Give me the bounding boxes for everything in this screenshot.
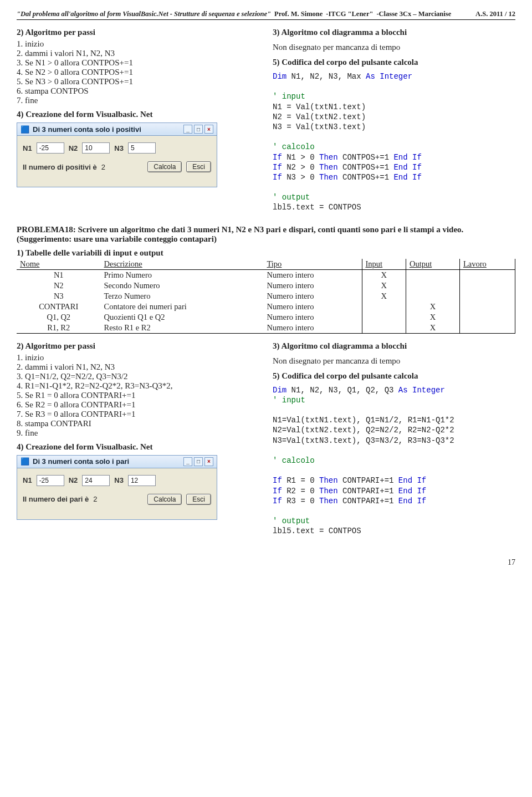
th-input: Input: [362, 259, 406, 270]
hdr-title: "Dal problema all'algoritmo al form Visu…: [17, 10, 271, 18]
code-block-2: Dim N1, N2, N3, Q1, Q2, Q3 As Integer ' …: [273, 385, 515, 537]
kw-then: Then: [319, 173, 338, 182]
minimize-icon[interactable]: _: [183, 457, 192, 466]
code-n1: N1 = Val(txtN1.text): [273, 103, 366, 111]
th-output: Output: [406, 259, 459, 270]
calcola-button[interactable]: Calcola: [147, 494, 182, 505]
non-disegnato-2: Non disegnato per mancanza di tempo: [273, 356, 515, 366]
esci-button[interactable]: Esci: [186, 494, 211, 505]
page-header: "Dal problema all'algoritmo al form Visu…: [17, 10, 515, 20]
n2-input[interactable]: 24: [82, 475, 110, 486]
table-row: N2Secondo NumeroNumero interoX: [17, 280, 515, 291]
block-1: 2) Algoritmo per passi 1. inizio 2. damm…: [17, 28, 515, 213]
code-decl: N1, N2, N3, Max: [287, 72, 366, 81]
hdr-class: -Classe 3Cx – Marcianise: [376, 10, 451, 18]
body3: CONTPOS+=1: [338, 173, 394, 182]
n2-label: N2: [69, 476, 78, 484]
non-disegnato: Non disegnato per mancanza di tempo: [273, 43, 515, 52]
calcola-button[interactable]: Calcola: [147, 161, 182, 172]
n3-input[interactable]: 12: [128, 475, 156, 486]
form-title-2: 4) Creazione del form Visualbasic. Net: [17, 442, 259, 452]
kw-if: If: [273, 173, 282, 182]
kw-if: If: [273, 476, 282, 485]
table-row: CONTPARIContatore dei numeri pariNumero …: [17, 302, 515, 312]
close-icon[interactable]: ×: [204, 125, 213, 134]
algo-passi-steps-2: 1. inizio 2. dammi i valori N1, N2, N3 3…: [17, 353, 259, 438]
body2: CONTPARI+=1: [338, 487, 398, 495]
codifica-title: 5) Codifica del corpo del pulsante calco…: [273, 58, 515, 67]
algo-passi-steps: 1. inizio 2. dammi i valori N1, N2, N3 3…: [17, 39, 259, 105]
n1-label: N1: [23, 476, 32, 484]
kw-then: Then: [319, 497, 338, 505]
cm-input: ' input: [273, 396, 305, 405]
kw-endif: End If: [393, 163, 421, 172]
kw-then: Then: [319, 476, 338, 485]
cond3: R3 = 0: [282, 497, 319, 505]
window-title: Di 3 numeri conta solo i positivi: [33, 125, 141, 134]
kw-then: Then: [319, 153, 338, 162]
result-value: 2: [93, 495, 97, 503]
tab-title: 1) Tabelle delle variabili di input e ou…: [17, 248, 515, 258]
kw-endif: End If: [393, 153, 421, 162]
kw-if: If: [273, 487, 282, 495]
minimize-icon[interactable]: _: [183, 125, 192, 134]
kw-endif: End If: [393, 173, 421, 182]
code-last: lbl5.text = CONTPOS: [273, 527, 361, 535]
variables-table: Nome Descrizione Tipo Input Output Lavor…: [17, 259, 515, 334]
kw-if: If: [273, 163, 282, 172]
code-n1: N1=Val(txtN1.text), Q1=N1/2, R1=N1-Q1*2: [273, 416, 454, 425]
body2: CONTPOS+=1: [338, 163, 394, 172]
code-decl: N1, N2, N3, Q1, Q2, Q3: [287, 386, 398, 395]
kw-endif: End If: [398, 476, 426, 485]
maximize-icon[interactable]: □: [194, 125, 203, 134]
result-label: Il numero dei pari è: [23, 495, 89, 503]
vb-window-pari: 🟦 Di 3 numeri conta solo i pari _ □ × N1…: [17, 455, 217, 520]
th-lavoro: Lavoro: [459, 259, 515, 270]
cond1: N1 > 0: [282, 153, 319, 162]
th-desc: Descrizione: [101, 259, 264, 270]
close-icon[interactable]: ×: [204, 457, 213, 466]
code-n2: N2=Val(txtN2.text), Q2=N2/2, R2=N2-Q2*2: [273, 426, 454, 435]
vb-window-positivi: 🟦 Di 3 numeri conta solo i positivi _ □ …: [17, 122, 217, 187]
n2-input[interactable]: 10: [82, 142, 110, 154]
kw-endif: End If: [398, 487, 426, 495]
algo-diag-title: 3) Algoritmo col diagramma a blocchi: [273, 28, 515, 37]
body1: CONTPARI+=1: [338, 476, 398, 485]
th-tipo: Tipo: [263, 259, 362, 270]
code-block-1: Dim N1, N2, N3, Max As Integer ' input N…: [273, 71, 515, 213]
body3: CONTPARI+=1: [338, 497, 398, 505]
kw-as: As Integer: [366, 72, 412, 81]
code-last: lbl5.text = CONTPOS: [273, 203, 361, 212]
th-nome: Nome: [17, 259, 101, 270]
maximize-icon[interactable]: □: [194, 457, 203, 466]
result-value: 2: [101, 163, 105, 171]
cm-calcolo: ' calcolo: [273, 142, 315, 151]
table-row: Q1, Q2Quozienti Q1 e Q2Numero interoX: [17, 312, 515, 323]
n2-label: N2: [69, 144, 78, 152]
cond2: R2 = 0: [282, 487, 319, 495]
cm-calcolo: ' calcolo: [273, 456, 315, 465]
algo-passi-title: 2) Algoritmo per passi: [17, 28, 259, 37]
block-2: 2) Algoritmo per passi 1. inizio 2. damm…: [17, 341, 515, 537]
kw-dim: Dim: [273, 72, 287, 81]
n3-label: N3: [114, 144, 124, 152]
body1: CONTPOS+=1: [338, 153, 394, 162]
table-row: N3Terzo NumeroNumero interoX: [17, 291, 515, 302]
kw-dim: Dim: [273, 386, 287, 395]
n1-input[interactable]: -25: [37, 142, 64, 154]
cm-output: ' output: [273, 193, 310, 202]
kw-as: As Integer: [398, 386, 445, 395]
kw-then: Then: [319, 163, 338, 172]
code-n2: N2 = Val(txtN2.text): [273, 113, 366, 121]
codifica-title-2: 5) Codifica del corpo del pulsante calco…: [273, 371, 515, 381]
esci-button[interactable]: Esci: [186, 161, 211, 172]
n1-input[interactable]: -25: [37, 475, 64, 486]
n3-label: N3: [114, 476, 124, 484]
hdr-year: A.S. 2011 / 12: [475, 10, 515, 18]
n1-label: N1: [23, 144, 32, 152]
code-n3: N3=Val(txtN3.text), Q3=N3/2, R3=N3-Q3*2: [273, 436, 454, 445]
n3-input[interactable]: 5: [128, 142, 156, 154]
table-row: R1, R2Resto R1 e R2Numero interoX: [17, 323, 515, 334]
code-n3: N3 = Val(txtN3.text): [273, 122, 366, 131]
cond1: R1 = 0: [282, 476, 319, 485]
